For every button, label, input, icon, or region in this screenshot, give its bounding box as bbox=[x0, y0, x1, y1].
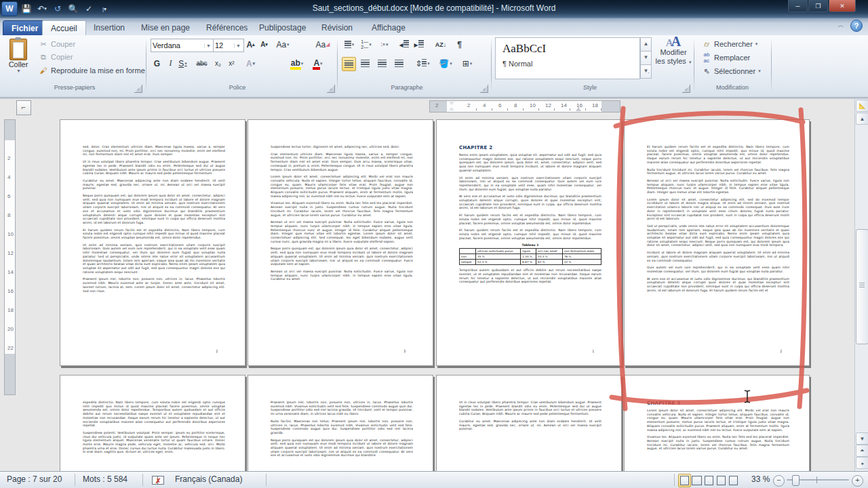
ruler-toggle-icon[interactable]: 📐 bbox=[856, 100, 868, 112]
view-fullscreen-reading-button[interactable] bbox=[690, 474, 703, 487]
zoom-level[interactable]: 33 % bbox=[751, 474, 770, 484]
paragraph-dialog-launcher-icon[interactable]: ⌟ bbox=[480, 85, 488, 93]
page-number: 2 bbox=[216, 350, 218, 353]
document-page[interactable]: Ut in risus volutpat libero pharetra tem… bbox=[436, 375, 622, 471]
ruler-number: 20 bbox=[7, 326, 14, 332]
help-icon[interactable]: ? bbox=[850, 20, 863, 32]
document-page[interactable]: 2sed, dolor. Cras elementum ultrices dia… bbox=[60, 119, 245, 366]
tab-fichier[interactable]: Fichier bbox=[3, 20, 47, 37]
horizontal-ruler[interactable]: 2 24681012141618 bbox=[429, 100, 620, 113]
scrollbar-thumb[interactable] bbox=[856, 229, 868, 344]
underline-button[interactable]: S▾ bbox=[176, 57, 189, 70]
zoom-in-button[interactable]: + bbox=[852, 475, 863, 487]
font-size-combo[interactable]: 12▼ bbox=[213, 39, 244, 52]
tab-affichage[interactable]: Affichage bbox=[363, 20, 414, 35]
style-gallery-item-normal[interactable]: AaBbCcI ¶ Normal bbox=[502, 42, 633, 68]
view-draft-button[interactable] bbox=[727, 474, 740, 487]
shading-button[interactable]: 🪣▾ bbox=[437, 57, 454, 70]
strikethrough-button[interactable]: abc bbox=[195, 57, 208, 70]
justify-button[interactable] bbox=[393, 57, 406, 70]
align-right-button[interactable] bbox=[376, 57, 389, 70]
align-left-button[interactable] bbox=[342, 57, 356, 71]
tab-revision[interactable]: Révision bbox=[313, 20, 361, 35]
tab-references[interactable]: Références bbox=[198, 20, 256, 35]
change-styles-button[interactable]: AA Modifier les styles ▾ bbox=[655, 37, 692, 82]
browse-object-icon[interactable]: ● bbox=[856, 457, 868, 469]
page-paragraph: Nulla facilisi. Maecenas non tellus. Pra… bbox=[271, 420, 413, 435]
language-indicator[interactable]: Français (Canada) bbox=[175, 474, 242, 484]
decrease-indent-button[interactable]: ◂ bbox=[397, 38, 410, 51]
zoom-slider-thumb[interactable] bbox=[792, 475, 800, 486]
numbering-button[interactable]: 1—2—▾ bbox=[359, 38, 374, 51]
shrink-font-button[interactable]: A▾ bbox=[258, 38, 271, 51]
style-gallery-up-icon[interactable]: ▲ bbox=[640, 37, 652, 52]
grow-font-button[interactable]: A▴ bbox=[244, 38, 257, 51]
document-page[interactable]: 2Et harum quidem rerum facilis est et ex… bbox=[624, 119, 810, 366]
scroll-down-icon[interactable]: ▼ bbox=[856, 432, 868, 445]
close-button[interactable]: ✕ bbox=[829, 0, 856, 12]
minimize-button[interactable]: ─ bbox=[788, 0, 808, 12]
zoom-slider-notch bbox=[816, 476, 817, 483]
document-page[interactable]: CHAPITRE 3Lorem ipsum dolor sit amet, co… bbox=[624, 375, 810, 471]
change-case-button[interactable]: Aa▾ bbox=[274, 38, 292, 51]
cut-button[interactable]: ✂Couper bbox=[37, 39, 77, 49]
style-gallery-more-icon[interactable]: ▼̱ bbox=[640, 64, 652, 79]
copy-icon: ⧉ bbox=[38, 52, 49, 62]
page-indicator[interactable]: Page : 7 sur 20 bbox=[7, 474, 62, 484]
line-spacing-button[interactable]: ⇕▾ bbox=[414, 57, 431, 70]
table-cell: 35 % bbox=[476, 254, 521, 260]
clear-formatting-button[interactable]: Aa◢ bbox=[315, 38, 331, 51]
format-painter-button[interactable]: 🖌Reproduire la mise en forme bbox=[37, 65, 146, 76]
align-center-button[interactable] bbox=[359, 57, 372, 70]
increase-indent-button[interactable]: ▸ bbox=[412, 38, 425, 51]
style-gallery-down-icon[interactable]: ▼ bbox=[640, 51, 652, 65]
collapse-ribbon-icon[interactable]: ︿ bbox=[836, 20, 846, 30]
view-print-layout-button[interactable] bbox=[678, 474, 691, 487]
word-count[interactable]: Mots : 5 584 bbox=[83, 474, 127, 484]
separator bbox=[142, 474, 143, 486]
tab-publipostage[interactable]: Publipostage bbox=[251, 20, 314, 35]
title-bar: W 💾 ↶▾ ↺ 🔍 ✓ |▾ Saut_sections_début.docx… bbox=[0, 0, 868, 18]
tab-selector-button[interactable]: ⌐ bbox=[16, 100, 31, 115]
highlight-button[interactable]: ab▾ bbox=[288, 57, 307, 70]
document-page[interactable]: expedita distinctio. Nam libero tempore,… bbox=[60, 375, 245, 471]
tab-accueil[interactable]: Accueil bbox=[42, 20, 86, 36]
tab-insertion[interactable]: Insertion bbox=[85, 20, 133, 35]
superscript-button[interactable]: x² bbox=[225, 57, 238, 70]
clipboard-dialog-launcher-icon[interactable]: ⌟ bbox=[134, 85, 142, 93]
page-paragraph: expedita distinctio. Nam libero tempore,… bbox=[83, 401, 225, 428]
subscript-button[interactable]: x₂ bbox=[212, 57, 224, 70]
view-web-layout-button[interactable] bbox=[703, 474, 715, 487]
scroll-up-icon[interactable]: ▲ bbox=[856, 113, 868, 125]
style-gallery[interactable]: AaBbCcI ¶ Normal bbox=[495, 37, 640, 79]
find-button[interactable]: ⌭Rechercher▾ bbox=[700, 39, 759, 49]
font-color-button[interactable]: A▾ bbox=[309, 57, 327, 70]
tab-mise-en-page[interactable]: Mise en page bbox=[133, 20, 198, 35]
vertical-ruler[interactable]: 246810121416182022 bbox=[4, 119, 16, 395]
borders-button[interactable]: ⊞▾ bbox=[458, 57, 476, 70]
replace-button[interactable]: abacRemplacer bbox=[700, 52, 751, 63]
previous-page-icon[interactable]: ⏶ bbox=[856, 445, 868, 457]
zoom-out-button[interactable]: − bbox=[773, 475, 785, 487]
bullets-button[interactable]: ▾ bbox=[342, 38, 357, 51]
bold-button[interactable]: G bbox=[151, 57, 163, 70]
view-outline-button[interactable] bbox=[715, 474, 728, 487]
vertical-scrollbar[interactable]: 📐 ▲ ▼ ⏶ ● ⏷ bbox=[854, 99, 868, 471]
style-dialog-launcher-icon[interactable]: ⌟ bbox=[682, 85, 690, 93]
document-page[interactable]: 1CHAPITRE 2Nemo enim ipsam voluptatem, q… bbox=[436, 119, 622, 366]
text-effects-button[interactable]: A▾ bbox=[244, 57, 257, 70]
italic-button[interactable]: I bbox=[164, 57, 177, 70]
document-page[interactable]: Praesent ipsum nisl, lobortis non, posue… bbox=[248, 375, 433, 471]
font-name-combo[interactable]: Verdana▼ bbox=[151, 39, 214, 52]
show-marks-button[interactable]: ¶ bbox=[453, 38, 466, 51]
select-button[interactable]: ⇖Sélectionner▾ bbox=[700, 66, 762, 77]
copy-button[interactable]: ⧉Copier bbox=[37, 52, 74, 62]
maximize-button[interactable]: ❐ bbox=[808, 0, 828, 12]
sort-button[interactable]: AZ↓ bbox=[433, 38, 449, 51]
indent-marker-icon[interactable] bbox=[449, 102, 454, 110]
font-dialog-launcher-icon[interactable]: ⌟ bbox=[327, 85, 335, 93]
document-page[interactable]: 3Suspendisse lectus tortor, dignissim si… bbox=[248, 119, 433, 366]
multilevel-list-button[interactable]: ⁚≡▾ bbox=[376, 38, 393, 51]
page-paragraph: Praesent ipsum nisl, lobortis non, posue… bbox=[83, 277, 225, 293]
paste-button[interactable]: Coller ▼ bbox=[4, 37, 33, 83]
